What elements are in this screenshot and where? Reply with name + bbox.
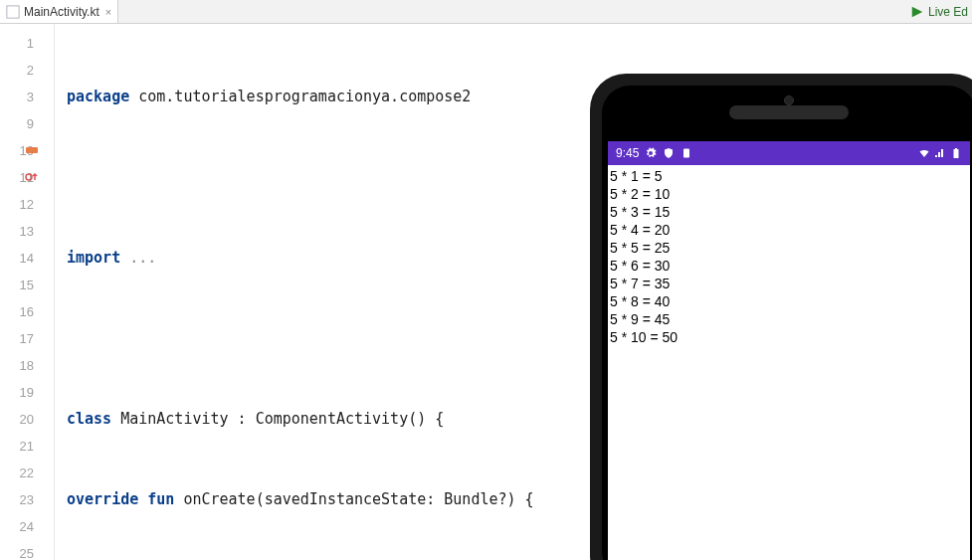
- emulator-device: 9:45 5 * 1 = 5 5 * 2 = 10 5 * 3 = 15: [590, 74, 972, 560]
- svg-rect-6: [955, 148, 957, 149]
- list-item: 5 * 9 = 45: [610, 310, 970, 328]
- structure-icon[interactable]: [24, 142, 40, 158]
- gutter-line: 13: [0, 218, 54, 245]
- tab-mainactivity[interactable]: MainActivity.kt ×: [0, 0, 118, 23]
- editor-area: 1 2 3 9 10 11 12 13 14 15 16 17 18 19 20…: [0, 24, 972, 560]
- list-item: 5 * 5 = 25: [610, 239, 970, 257]
- clipboard-icon: [680, 147, 692, 159]
- device-screen[interactable]: 9:45 5 * 1 = 5 5 * 2 = 10 5 * 3 = 15: [608, 141, 970, 560]
- svg-point-3: [26, 174, 32, 180]
- close-icon[interactable]: ×: [105, 6, 111, 18]
- gutter-line: 11: [0, 164, 54, 191]
- gutter-line: 23: [0, 486, 54, 513]
- shield-icon: [663, 147, 675, 159]
- gutter-line: 22: [0, 460, 54, 486]
- gutter-line: 25: [0, 540, 54, 560]
- gutter-line: 12: [0, 191, 54, 218]
- gutter-line: 3: [0, 84, 54, 110]
- list-item: 5 * 1 = 5: [610, 167, 970, 185]
- svg-rect-4: [683, 149, 689, 158]
- list-item: 5 * 10 = 50: [610, 328, 970, 346]
- gutter-line: 1: [0, 30, 54, 57]
- live-edit-icon: [910, 5, 924, 19]
- svg-rect-2: [26, 147, 38, 153]
- wifi-icon: [918, 147, 930, 159]
- gutter-line: 20: [0, 406, 54, 433]
- gutter-line: 19: [0, 379, 54, 406]
- gutter-line: 16: [0, 298, 54, 325]
- status-time: 9:45: [616, 146, 639, 160]
- list-item: 5 * 2 = 10: [610, 185, 970, 203]
- gutter-line: 15: [0, 272, 54, 298]
- list-item: 5 * 3 = 15: [610, 203, 970, 221]
- override-up-icon[interactable]: [24, 169, 40, 185]
- device-speaker-icon: [729, 105, 849, 119]
- svg-marker-1: [912, 6, 923, 17]
- gutter-line: 17: [0, 325, 54, 352]
- list-item: 5 * 7 = 35: [610, 275, 970, 292]
- svg-rect-0: [7, 5, 19, 17]
- tab-filename: MainActivity.kt: [24, 5, 99, 19]
- live-edit-label: Live Ed: [928, 5, 968, 19]
- device-bezel: 9:45 5 * 1 = 5 5 * 2 = 10 5 * 3 = 15: [602, 86, 972, 560]
- battery-icon: [950, 147, 962, 159]
- editor-tab-bar: MainActivity.kt × Live Ed: [0, 0, 972, 24]
- gutter-line: 14: [0, 245, 54, 272]
- gutter-line: 24: [0, 513, 54, 540]
- gutter-line: 9: [0, 110, 54, 137]
- gutter-line: 18: [0, 352, 54, 379]
- gear-icon: [645, 147, 657, 159]
- kotlin-file-icon: [6, 5, 20, 19]
- device-camera-icon: [784, 95, 794, 105]
- live-edit-button[interactable]: Live Ed: [910, 5, 972, 19]
- list-item: 5 * 8 = 40: [610, 292, 970, 310]
- list-item: 5 * 6 = 30: [610, 257, 970, 275]
- signal-icon: [934, 147, 946, 159]
- gutter-line: 2: [0, 57, 54, 84]
- gutter-line: 21: [0, 433, 54, 460]
- android-status-bar: 9:45: [608, 141, 970, 165]
- gutter: 1 2 3 9 10 11 12 13 14 15 16 17 18 19 20…: [0, 24, 55, 560]
- app-content: 5 * 1 = 5 5 * 2 = 10 5 * 3 = 15 5 * 4 = …: [608, 165, 970, 346]
- list-item: 5 * 4 = 20: [610, 221, 970, 239]
- svg-rect-5: [954, 149, 959, 158]
- gutter-line: 10: [0, 137, 54, 164]
